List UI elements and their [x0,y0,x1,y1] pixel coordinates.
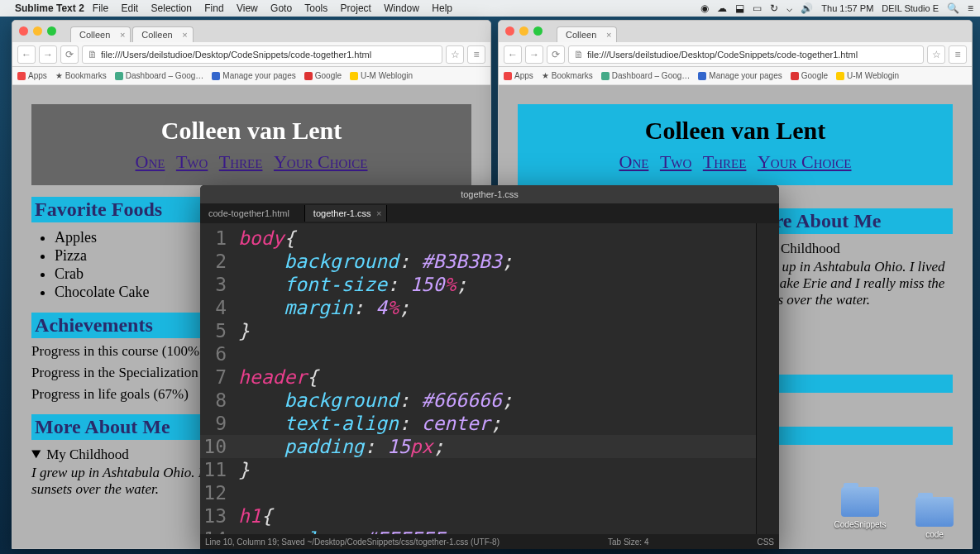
back-button[interactable]: ← [17,45,36,64]
desktop-folder[interactable]: CodeSnippets [831,487,889,529]
browser-tab[interactable]: Colleen× [132,26,193,42]
zoom-icon[interactable] [47,26,56,36]
star-button[interactable]: ☆ [927,45,945,64]
minimap[interactable] [756,223,779,534]
status-syntax[interactable]: CSS [757,537,774,547]
star-button[interactable]: ☆ [446,45,464,64]
menu-tools[interactable]: Tools [304,2,327,14]
bookmark-item[interactable]: Dashboard – Goog… [115,71,204,80]
status-left: Line 10, Column 19; Saved ~/Desktop/Code… [205,537,500,547]
menubar-right: ◉ ☁ ⬓ ▭ ↻ ⌵ 🔊 Thu 1:57 PM DEIL Studio E … [700,2,973,14]
nav-link[interactable]: Three [703,151,747,172]
screenrec-icon[interactable]: ◉ [700,2,709,14]
cloud-icon[interactable]: ☁ [717,2,727,14]
browser-toolbar: ← → ⟳ 🗎file:///Users/deilstudioe/Desktop… [499,42,972,67]
line-gutter: 123456789101112131415 [200,223,233,534]
forward-button[interactable]: → [525,45,543,64]
url: file:///Users/deilstudioe/Desktop/CodeSn… [101,50,371,60]
back-button[interactable]: ← [504,45,522,64]
page-header: Colleen van Lent One Two Three Your Choi… [31,104,471,185]
code-content[interactable]: body{ background: #B3B3B3; font-size: 15… [233,223,779,534]
menu-find[interactable]: Find [204,2,223,14]
address-bar[interactable]: 🗎file:///Users/deilstudioe/Desktop/CodeS… [82,45,442,64]
bookmark-item[interactable]: U-M Weblogin [350,71,413,80]
tab-close-icon[interactable]: × [606,30,611,40]
editor-title: together-1.css [461,189,519,199]
editor-statusbar: Line 10, Column 19; Saved ~/Desktop/Code… [200,534,779,549]
bookmark-apps[interactable]: Apps [17,71,47,80]
page-nav: One Two Three Your Choice [44,151,459,173]
menu-selection[interactable]: Selection [151,2,192,14]
bookmark-apps[interactable]: Apps [504,71,533,80]
bookmark-item[interactable]: ★ Bookmarks [55,71,107,80]
zoom-icon[interactable] [533,26,543,36]
minimize-icon[interactable] [519,26,528,36]
spotlight-icon[interactable]: 🔍 [947,2,959,14]
tab-close-icon[interactable]: × [182,30,187,40]
menubar-menus: File Edit Selection Find View Goto Tools… [93,2,462,14]
editor-tabs: code-together1.html together-1.css × [200,203,779,223]
menu-project[interactable]: Project [341,2,371,14]
menu-goto[interactable]: Goto [270,2,292,14]
browser-tab[interactable]: Colleen× [70,26,131,42]
menubar-time[interactable]: Thu 1:57 PM [821,3,873,13]
reload-button[interactable]: ⟳ [547,45,565,64]
tabstrip: Colleen× [499,21,972,42]
nav-link[interactable]: Three [219,151,263,172]
close-icon[interactable] [19,26,28,36]
bookmark-item[interactable]: Manage your pages [212,71,295,80]
browser-toolbar: ← → ⟳ 🗎file:///Users/deilstudioe/Desktop… [12,42,490,67]
minimize-icon[interactable] [33,26,42,36]
app-name[interactable]: Sublime Text 2 [15,2,84,14]
close-icon[interactable] [505,26,514,36]
menubar-user[interactable]: DEIL Studio E [882,3,939,13]
display-icon[interactable]: ▭ [753,2,762,14]
page-header: Colleen van Lent One Two Three Your Choi… [518,104,953,185]
url: file:///Users/deilstudioe/Desktop/CodeSn… [587,50,858,60]
desktop-folder[interactable]: code [906,497,963,539]
folder-icon [915,497,954,527]
folder-icon [841,487,879,517]
bookmark-item[interactable]: U-M Weblogin [836,71,899,80]
nav-link[interactable]: One [619,151,649,172]
menu-help[interactable]: Help [432,2,452,14]
bookmark-item[interactable]: Manage your pages [698,71,782,80]
wifi-icon[interactable]: ⌵ [786,2,792,14]
tab-close-icon[interactable]: × [120,30,125,40]
bookmark-item[interactable]: Google [304,71,342,80]
tab-close-icon[interactable]: × [376,208,381,218]
address-bar[interactable]: 🗎file:///Users/deilstudioe/Desktop/CodeS… [568,45,924,64]
nav-link[interactable]: One [136,151,165,172]
bookmark-item[interactable]: Google [791,71,828,80]
editor-tab-active[interactable]: together-1.css × [305,205,387,222]
nav-link[interactable]: Your Choice [758,151,852,172]
nav-link[interactable]: Your Choice [274,151,368,172]
menu-button[interactable]: ≡ [467,45,485,64]
status-tabsize[interactable]: Tab Size: 4 [608,537,648,547]
page-title: Colleen van Lent [44,117,459,145]
page-icon: 🗎 [88,49,98,60]
bookmark-item[interactable]: ★ Bookmarks [542,71,593,80]
page-nav: One Two Three Your Choice [530,151,940,173]
editor-code-area[interactable]: 123456789101112131415 body{ background: … [200,223,779,534]
menu-view[interactable]: View [237,2,258,14]
nav-link[interactable]: Two [176,151,208,172]
menu-extra-icon[interactable]: ≡ [968,2,973,14]
timemachine-icon[interactable]: ↻ [770,2,778,14]
menu-edit[interactable]: Edit [122,2,139,14]
reload-button[interactable]: ⟳ [60,45,79,64]
bookmark-item[interactable]: Dashboard – Goog… [601,71,691,80]
volume-icon[interactable]: 🔊 [801,2,813,14]
forward-button[interactable]: → [39,45,57,64]
menu-window[interactable]: Window [384,2,419,14]
nav-link[interactable]: Two [660,151,691,172]
editor-tab[interactable]: code-together1.html [200,205,305,222]
tabstrip: Colleen× Colleen× [12,21,490,42]
menu-file[interactable]: File [93,2,108,14]
macos-menubar: Sublime Text 2 File Edit Selection Find … [0,0,980,17]
dropbox-icon[interactable]: ⬓ [735,2,744,14]
sublime-window: together-1.css code-together1.html toget… [200,185,779,549]
tab-title: Colleen [79,30,110,40]
menu-button[interactable]: ≡ [949,45,967,64]
browser-tab[interactable]: Colleen× [557,26,617,42]
